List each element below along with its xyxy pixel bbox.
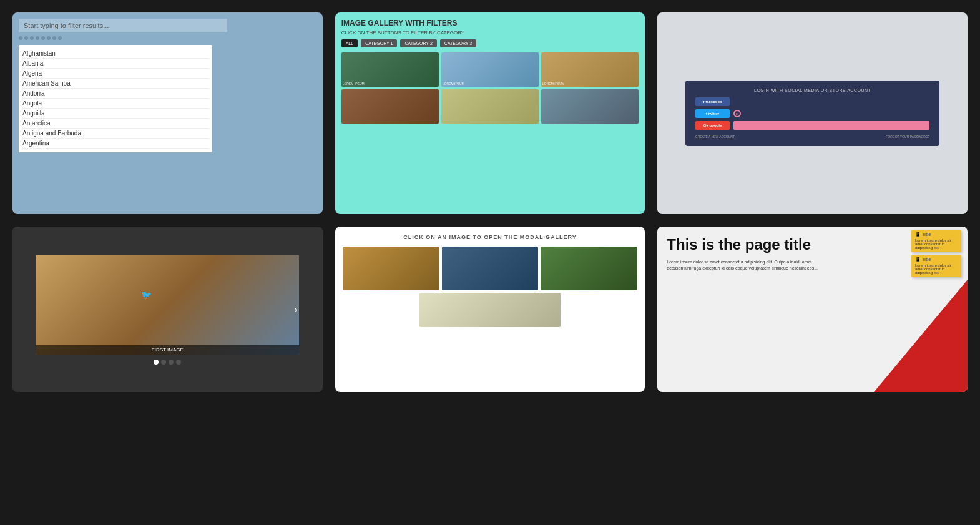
country-item: Albania [22,59,208,69]
preview-country: Start typing to filter results... Afghan… [12,12,323,214]
or-divider: or [733,110,741,117]
facebook-button: f facebook [695,97,730,106]
gallery-sub: CLICK ON THE BUTTONS TO FILTER BY CATEGO… [341,30,639,36]
country-list-area: Afghanistan Albania Algeria American Sam… [19,45,212,152]
modal-image-4 [419,293,561,327]
card-landing-page[interactable]: This is the page title Lorem ipsum dolor… [657,227,968,392]
modal-image-2 [442,247,539,290]
country-item: Antigua and Barbuda [22,129,208,139]
country-item: American Samoa [22,79,208,89]
carousel-image: 🐦 FIRST IMAGE [36,255,299,355]
gallery-image-grid: LOREM IPSUM LOREM IPSUM LOREM IPSUM [341,52,639,124]
preview-landing: This is the page title Lorem ipsum dolor… [657,227,968,392]
modal-gallery-title: CLICK ON AN IMAGE TO OPEN THE MODAL GALL… [343,234,638,240]
gallery-image-6 [541,89,639,124]
dot [58,36,62,40]
landing-page-title: This is the page title [667,236,827,254]
filter-cat1: CATEGORY 1 [361,39,397,47]
bird-icon: 🐦 [141,290,152,300]
modal-gallery-row2 [343,293,638,327]
modal-image-grid [343,247,638,290]
dot [52,36,56,40]
modal-image-3 [541,247,637,290]
forgot-password-link: FORGOT YOUR PASSWORD? [886,135,929,139]
create-account-link: CREATE A NEW ACCOUNT [695,135,735,139]
card-image-gallery[interactable]: IMAGE GALLERY WITH FILTERS CLICK ON THE … [335,12,645,214]
facebook-row: f facebook [695,97,929,106]
dot [30,36,34,40]
country-item: Antarctica [22,119,208,129]
country-item: Angola [22,99,208,109]
red-triangle-decoration [874,280,968,392]
country-item: Afghanistan [22,49,208,59]
filter-cat2: CATEGORY 2 [400,39,436,47]
country-item: Algeria [22,69,208,79]
card-social-login[interactable]: LOGIN WITH SOCIAL MEDIA OR STORE ACCOUNT… [657,12,968,214]
carousel-label: FIRST IMAGE [36,345,299,355]
carousel-next-arrow[interactable]: › [295,304,298,315]
modal-image-1 [343,247,439,290]
gallery-title: IMAGE GALLERY WITH FILTERS [341,19,639,27]
gallery-image-5 [441,89,539,124]
login-form-card: LOGIN WITH SOCIAL MEDIA OR STORE ACCOUNT… [685,81,939,146]
preview-modal: CLICK ON AN IMAGE TO OPEN THE MODAL GALL… [335,227,645,392]
gallery-image-3: LOREM IPSUM [541,52,639,87]
sticky-note-2: 📱 Title Lorem ipsum dolor sit amet conse… [911,255,961,277]
carousel-dot-4 [176,360,181,365]
preview-gallery: IMAGE GALLERY WITH FILTERS CLICK ON THE … [335,12,645,214]
gallery-image-4 [341,89,439,124]
sticky-note-1: 📱 Title Lorem ipsum dolor sit amet conse… [911,230,961,252]
preview-login: LOGIN WITH SOCIAL MEDIA OR STORE ACCOUNT… [657,12,968,214]
card-modal-gallery[interactable]: CLICK ON AN IMAGE TO OPEN THE MODAL GALL… [335,227,645,392]
country-item: Andorra [22,89,208,99]
twitter-row: t twitter or [695,109,929,118]
carousel-dot-1 [154,360,159,365]
google-row: G+ google [695,121,929,130]
filter-cat3: CATEGORY 3 [440,39,476,47]
carousel-dot-3 [169,360,174,365]
dot [41,36,45,40]
filter-all: ALL [341,39,358,47]
preview-carousel: 🐦 FIRST IMAGE › [12,227,323,392]
carousel-dot-2 [161,360,166,365]
country-item: Argentina [22,139,208,149]
dot [36,36,39,40]
sticky-notes-container: 📱 Title Lorem ipsum dolor sit amet conse… [911,230,961,277]
carousel-dots [154,360,181,365]
gallery-image-1: LOREM IPSUM [341,52,439,87]
gallery-image-2: LOREM IPSUM [441,52,539,87]
country-item: Anguilla [22,109,208,119]
bottom-links: CREATE A NEW ACCOUNT FORGOT YOUR PASSWOR… [695,135,929,139]
submit-field [733,121,929,130]
login-form-title: LOGIN WITH SOCIAL MEDIA OR STORE ACCOUNT [695,88,929,92]
country-search-bar: Start typing to filter results... [19,19,227,32]
dot-row [19,36,316,40]
google-button: G+ google [695,121,730,130]
sticky-note-title: 📱 Title [915,232,958,237]
dot [19,36,22,40]
card-grid: Start typing to filter results... Afghan… [12,12,968,392]
card-carousel[interactable]: 🐦 FIRST IMAGE › image carousel/slideshow… [12,227,323,392]
dot [47,36,51,40]
twitter-button: t twitter [695,109,730,118]
landing-page-text: Lorem ipsum dolor sit amet consectetur a… [667,259,827,272]
card-country-list[interactable]: Start typing to filter results... Afghan… [12,12,323,214]
sticky-note-title: 📱 Title [915,257,958,262]
dot [24,36,28,40]
filter-row: ALL CATEGORY 1 CATEGORY 2 CATEGORY 3 [341,39,639,47]
